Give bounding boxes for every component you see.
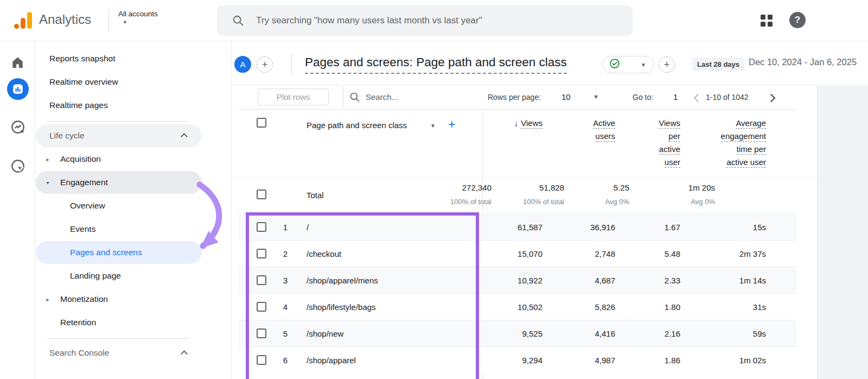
sidebar-item-events[interactable]: Events [36,218,202,241]
row-checkbox[interactable] [257,302,266,312]
dimension-header[interactable]: Page path and screen class [307,121,407,130]
column-header-avg-engagement-time[interactable]: Averageengagementtime peractive user [721,117,766,169]
expand-down-icon: ▾ [44,180,52,186]
column-header-views-per-active-user[interactable]: Viewsperactiveuser [659,117,680,169]
report-status-button[interactable]: ▼ [602,56,654,73]
sidebar-section-life-cycle[interactable]: Life cycle [36,124,202,147]
next-page-icon[interactable] [767,94,776,103]
sidebar-item-pages-and-screens[interactable]: Pages and screens [36,241,202,264]
apps-grid-icon[interactable] [761,15,773,27]
analytics-logo-icon[interactable] [14,12,32,29]
row-checkbox[interactable] [257,222,266,232]
table-row[interactable]: 2 /checkout 15,070 2,748 5.48 2m 37s [239,240,796,267]
sidebar-divider [47,338,189,339]
chevron-down-icon[interactable]: ▼ [430,123,436,129]
global-search-placeholder: Try searching "how many users last month… [256,15,482,26]
table-search-input[interactable]: Search... [366,92,398,102]
row-engagement-time: 1m 02s [739,356,766,365]
row-views-per-user: 5.48 [665,249,680,258]
plot-rows-button[interactable]: Plot rows [258,89,329,105]
sidebar-section-search-console[interactable]: Search Console [36,342,202,364]
sidebar-item-monetization[interactable]: ▸ Monetization [36,288,202,311]
help-icon[interactable]: ? [789,12,806,28]
column-header-text: Views [521,118,542,129]
sidebar-item-realtime-overview[interactable]: Realtime overview [36,71,202,93]
row-checkbox[interactable] [257,275,266,285]
row-index: 6 [275,356,288,365]
table-row[interactable]: 5 /shop/new 9,525 4,416 2.16 59s [239,320,796,346]
row-views: 61,587 [518,223,542,232]
chevron-up-icon [181,133,188,140]
total-engagement-time: 1m 20s [688,183,715,192]
global-search-input[interactable]: Try searching "how many users last month… [217,5,633,36]
table-row[interactable]: 4 /shop/lifestyle/bags 10,502 5,826 1.80… [239,293,796,320]
chevron-down-icon: ▼ [123,20,158,25]
sidebar-item-retention[interactable]: Retention [36,311,202,334]
table-body: 1 / 61,587 36,916 1.67 15s 2 /checkout 1… [239,213,796,373]
add-report-button[interactable]: + [659,56,675,73]
date-range-picker[interactable]: Dec 10, 2024 - Jan 6, 2025 [749,57,857,67]
table-row[interactable]: 3 /shop/apparel/mens 10,922 4,687 2.33 1… [239,267,796,293]
row-checkbox[interactable] [257,329,266,338]
page-title[interactable]: Pages and screens: Page path and screen … [305,55,567,74]
column-header-views[interactable]: ↓Views [514,117,542,130]
total-active-users-subtext: 100% of total [523,198,564,206]
add-comparison-button[interactable]: + [257,56,273,73]
account-switcher[interactable]: All accounts ▼ [118,10,158,25]
row-active-users: 4,987 [595,356,615,365]
row-views-per-user: 1.80 [665,302,680,312]
row-engagement-time: 59s [753,329,766,338]
report-main: A + Pages and screens: Page path and scr… [232,41,868,379]
row-page-path: /shop/apparel/mens [307,276,378,285]
brand-title: Analytics [39,12,91,27]
topbar-divider [108,9,109,32]
total-views-per-user: 5.25 [614,183,629,192]
row-checkbox[interactable] [257,249,266,258]
reports-icon-active[interactable] [0,78,35,100]
goto-page-input[interactable]: 1 [673,92,678,102]
row-checkbox[interactable] [257,355,266,365]
column-header-active-users[interactable]: Activeusers [593,117,615,143]
total-row-checkbox[interactable] [257,190,266,199]
row-views: 9,525 [522,329,542,338]
select-all-checkbox[interactable] [257,118,266,128]
row-views-per-user: 1.67 [665,223,680,232]
column-header-text: engagement [721,131,766,142]
table-row[interactable]: 6 /shop/apparel 9,294 4,987 1.86 1m 02s [239,346,796,373]
column-header-text: Average [736,118,766,129]
sidebar-item-realtime-pages[interactable]: Realtime pages [36,94,202,117]
total-row: Total 272,340 100% of total 51,828 100% … [232,177,817,213]
column-header-text: active user [726,157,766,168]
column-header-text: time per [737,144,766,155]
rows-per-page-select[interactable]: 10 [561,92,571,102]
row-page-path: /shop/new [307,329,343,338]
sidebar-item-reports-snapshot[interactable]: Reports snapshot [36,47,202,70]
sidebar-item-overview[interactable]: Overview [36,194,202,217]
prev-page-icon[interactable] [694,94,703,103]
toolbar-divider [343,87,343,108]
row-engagement-time: 1m 14s [739,276,766,285]
add-dimension-icon[interactable]: + [448,117,455,132]
advertising-icon[interactable] [0,159,35,174]
analytics-app: Analytics All accounts ▼ Try searching "… [0,0,868,379]
top-bar: Analytics All accounts ▼ Try searching "… [0,0,868,41]
row-engagement-time: 15s [753,223,766,232]
explore-icon[interactable] [0,119,35,135]
chevron-down-icon[interactable]: ▼ [593,93,599,100]
chevron-down-icon: ▼ [641,62,646,68]
total-views: 272,340 [462,183,492,192]
table-search-icon [349,92,360,103]
check-circle-icon [609,58,620,71]
sidebar-item-engagement[interactable]: ▾ Engagement [36,171,202,194]
sidebar-item-landing-page[interactable]: Landing page [36,264,202,287]
column-header-text: users [595,131,615,142]
avatar[interactable]: A [234,56,251,73]
total-engagement-time-subtext: Avg 0% [691,198,715,206]
home-icon[interactable] [0,55,35,70]
sidebar-item-acquisition[interactable]: ▸ Acquisition [36,148,202,170]
table-row[interactable]: 1 / 61,587 36,916 1.67 15s [239,213,796,240]
column-header-text: per [668,131,680,142]
sidebar-divider [47,121,189,122]
row-views: 10,922 [518,276,542,285]
row-views-per-user: 2.16 [665,329,680,338]
